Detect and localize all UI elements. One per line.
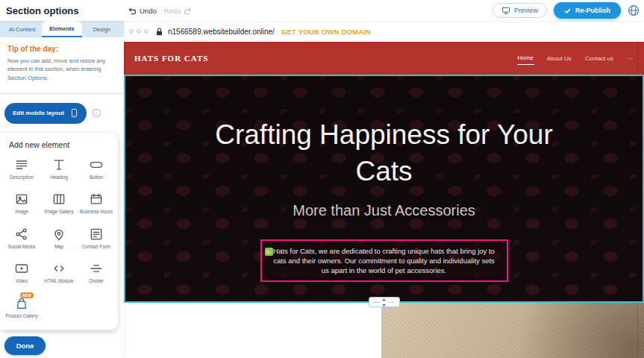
page-title: Section options — [6, 5, 79, 16]
undo-icon — [128, 7, 137, 15]
heading-icon — [51, 157, 66, 172]
hero-section-selected[interactable]: Crafting Happiness for Your Cats More th… — [124, 75, 644, 303]
site-url: n1566589.websitebuilder.online/ — [168, 28, 275, 36]
element-divider[interactable]: Divider — [78, 261, 115, 285]
edit-mobile-row: Edit mobile layout i — [4, 103, 124, 124]
new-badge: NEW — [20, 292, 34, 298]
element-grid: Description Heading Button Image Image G… — [3, 157, 115, 320]
preview-label: Preview — [514, 7, 538, 14]
section-resize-handle[interactable] — [369, 297, 400, 307]
site-logo[interactable]: Hats for Cats — [134, 42, 208, 75]
browser-address-bar: n1566589.websitebuilder.online/ GET YOUR… — [124, 21, 644, 42]
lock-icon — [155, 27, 163, 37]
product-gallery-icon — [14, 296, 29, 311]
contact-form-icon — [89, 227, 104, 242]
element-image[interactable]: Image — [3, 192, 40, 216]
sidebar-tabs: AI Content Elements Design — [0, 21, 124, 37]
info-icon[interactable]: i — [93, 109, 101, 117]
preview-button[interactable]: Preview — [493, 3, 547, 18]
element-video[interactable]: Video — [3, 261, 40, 285]
redo-label: Redo — [164, 7, 181, 15]
window-controls — [129, 29, 149, 34]
element-button[interactable]: Button — [78, 157, 115, 181]
get-own-domain-link[interactable]: GET YOUR OWN DOMAIN — [281, 28, 371, 36]
top-toolbar: Section options Undo Redo Preview Re-Pub… — [0, 0, 644, 21]
add-element-title: Add new element — [9, 140, 115, 149]
redo-button[interactable]: Redo — [164, 7, 193, 15]
site-preview-viewport: Hats for Cats Home About Us Contact us ⋯… — [124, 42, 644, 358]
language-globe-button[interactable] — [628, 4, 640, 16]
image-placeholder-icon — [265, 248, 273, 256]
undo-label: Undo — [140, 7, 157, 15]
history-controls: Undo Redo — [128, 7, 192, 15]
section-options-sidebar: AI Content Elements Design Tip of the da… — [0, 21, 124, 358]
tab-design[interactable]: Design — [82, 21, 122, 37]
window-dot — [144, 29, 149, 34]
globe-icon — [628, 4, 640, 16]
business-hours-icon — [89, 192, 104, 207]
topbar-actions: Preview Re-Publish — [493, 2, 640, 19]
phone-icon — [70, 107, 78, 119]
element-heading[interactable]: Heading — [40, 157, 78, 181]
handle-dotted-line — [374, 302, 379, 303]
element-contact-form[interactable]: Contact Form — [78, 227, 115, 251]
image-gallery-icon — [51, 192, 66, 207]
nav-about-us[interactable]: About Us — [546, 52, 572, 65]
window-dot — [137, 29, 141, 34]
done-button[interactable]: Done — [4, 336, 46, 355]
tip-title: Tip of the day: — [7, 45, 116, 53]
add-new-element-panel: Add new element Description Heading Butt… — [0, 133, 118, 330]
button-icon — [89, 157, 104, 172]
social-media-icon — [14, 227, 29, 242]
element-social-media[interactable]: Social Media — [3, 227, 40, 251]
description-icon — [14, 157, 29, 172]
hero-subtitle[interactable]: More than Just Accessories — [125, 202, 643, 219]
divider-icon — [89, 261, 104, 276]
element-map[interactable]: Map — [40, 227, 78, 251]
tab-elements[interactable]: Elements — [42, 21, 81, 37]
tab-ai-content[interactable]: AI Content — [2, 21, 42, 37]
republish-button[interactable]: Re-Publish — [554, 2, 621, 19]
element-business-hours[interactable]: Business Hours — [78, 192, 115, 216]
element-html-module[interactable]: HTML Module — [40, 261, 78, 285]
resize-arrows-icon — [381, 298, 387, 307]
element-description[interactable]: Description — [3, 157, 40, 181]
tip-body: Now you can add, move and resize any ele… — [7, 57, 116, 82]
site-nav: Home About Us Contact us ⋯ — [517, 42, 634, 75]
hero-title[interactable]: Crafting Happiness for Your Cats — [209, 116, 560, 189]
next-site-section — [124, 303, 644, 358]
redo-icon — [184, 7, 192, 15]
monitor-icon — [501, 6, 510, 15]
edit-mobile-layout-button[interactable]: Edit mobile layout — [4, 103, 87, 124]
edit-mobile-label: Edit mobile layout — [13, 110, 64, 116]
map-icon — [51, 227, 66, 242]
sidebar-divider — [6, 332, 116, 333]
video-icon — [14, 261, 29, 276]
nav-home[interactable]: Home — [517, 51, 534, 65]
nav-contact-us[interactable]: Contact us — [584, 52, 614, 65]
republish-label: Re-Publish — [575, 7, 610, 14]
image-icon — [14, 192, 29, 207]
carpet-cat-photo — [381, 303, 644, 358]
check-icon — [564, 7, 571, 14]
handle-dotted-line — [389, 302, 394, 303]
tip-of-the-day-card: Tip of the day: Now you can add, move an… — [0, 37, 124, 92]
html-module-icon — [51, 261, 66, 276]
hero-text-block-selected[interactable]: Hats for Cats, we are dedicated to craft… — [260, 239, 508, 282]
window-dot — [129, 29, 134, 34]
nav-more-menu[interactable]: ⋯ — [626, 52, 634, 65]
hero-body-text: Hats for Cats, we are dedicated to craft… — [273, 247, 495, 274]
undo-button[interactable]: Undo — [128, 7, 157, 15]
site-header: Hats for Cats Home About Us Contact us ⋯ — [124, 42, 644, 75]
app-screen: Section options Undo Redo Preview Re-Pub… — [0, 0, 644, 358]
element-product-gallery[interactable]: NEW Product Gallery — [3, 296, 40, 320]
element-image-gallery[interactable]: Image Gallery — [40, 192, 78, 216]
